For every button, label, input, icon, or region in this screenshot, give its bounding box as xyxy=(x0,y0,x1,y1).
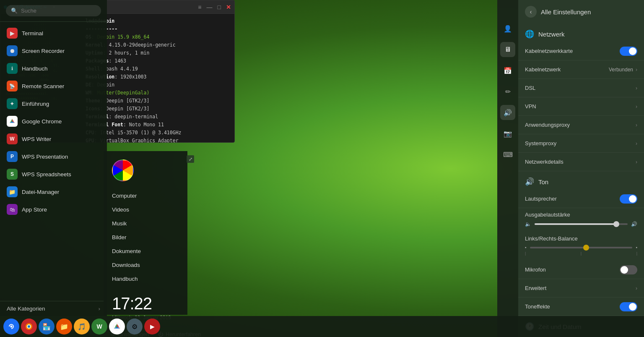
mikrofon-toggle[interactable] xyxy=(620,265,637,274)
app-label-handbuch: Handbuch xyxy=(22,65,48,72)
start-link-dokumente[interactable]: Dokumente xyxy=(104,244,187,258)
settings-row-anwendungsproxy[interactable]: Anwendungsproxy › xyxy=(518,116,644,134)
settings-row-netzwerkdetails[interactable]: Netzwerkdetails › xyxy=(518,153,644,171)
start-panel-expand-button[interactable]: ⤢ xyxy=(187,155,194,163)
svg-point-19 xyxy=(28,325,30,328)
app-icon-wps-presentation: P xyxy=(7,151,18,162)
balance-label: Links/Rechts-Balance xyxy=(525,235,637,242)
app-item-app-store[interactable]: 🛍 App Store xyxy=(0,201,107,218)
app-item-google-chrome[interactable]: Google Chrome xyxy=(0,112,107,130)
kabelnetzwerk-chevron: › xyxy=(636,67,637,73)
terminal-maximize-icon[interactable]: □ xyxy=(218,4,221,10)
app-icon-handbuch: ℹ xyxy=(7,63,18,74)
kabelnetzwerk-label: Kabelnetzwerk xyxy=(525,66,561,73)
terminal-close-icon[interactable]: ✕ xyxy=(226,4,231,10)
settings-sidebar-icon-keyboard[interactable]: ⌨ xyxy=(500,147,515,162)
taskbar-files-icon[interactable]: 📁 xyxy=(56,319,72,334)
anwendungsproxy-chevron: › xyxy=(636,122,637,128)
app-item-wps-presentation[interactable]: P WPS Presentation xyxy=(0,148,107,165)
taskbar-wps-icon[interactable]: W xyxy=(91,319,107,334)
start-link-videos[interactable]: Videos xyxy=(104,203,187,217)
toneffekte-toggle[interactable] xyxy=(620,302,637,311)
kabelnetzwerkkarte-toggle[interactable] xyxy=(620,47,637,56)
app-icon-einfuhrung: ✦ xyxy=(7,98,18,109)
start-link-computer[interactable]: Computer xyxy=(104,189,187,203)
settings-row-erweitert[interactable]: Erweitert › xyxy=(518,279,644,298)
all-categories-button[interactable]: Alle Kategorien › xyxy=(0,301,107,316)
settings-sidebar: 👤 🖥 📅 ✏ 🔊 📷 ⌨ xyxy=(497,0,518,337)
settings-row-systemproxy[interactable]: Systemproxy › xyxy=(518,134,644,153)
erweitert-chevron: › xyxy=(636,285,637,291)
app-icon-terminal: ▶ xyxy=(7,28,18,39)
ausgabelautstarke-thumb[interactable] xyxy=(613,221,619,227)
terminal-minimize-icon[interactable]: — xyxy=(207,4,213,10)
ausgabelautstarke-slider-wrap: 🔈 🔊 xyxy=(525,221,637,227)
volume-max-icon: 🔊 xyxy=(631,221,637,227)
balance-left-icon: ▪ xyxy=(525,245,527,250)
lautsprecher-toggle[interactable] xyxy=(620,194,637,204)
taskbar-deepin-logo[interactable] xyxy=(3,319,19,334)
search-icon: 🔍 xyxy=(11,8,18,14)
app-icon-screen-recorder: ⏺ xyxy=(7,45,18,56)
settings-row-toneffekte[interactable]: Toneffekte xyxy=(518,298,644,316)
app-item-screen-recorder[interactable]: ⏺ Screen Recorder xyxy=(0,42,107,60)
app-label-app-store: App Store xyxy=(22,206,47,213)
settings-row-kabelnetzwerkkarte[interactable]: Kabelnetzwerkkarte xyxy=(518,42,644,60)
taskbar-terminal-icon[interactable]: ▶ xyxy=(144,319,160,334)
start-link-bilder[interactable]: Bilder xyxy=(104,230,187,244)
volume-min-icon: 🔈 xyxy=(525,221,531,227)
settings-title: Alle Einstellungen xyxy=(541,8,591,16)
kabelnetzwerkkarte-label: Kabelnetzwerkkarte xyxy=(525,48,573,54)
taskbar-chrome-icon[interactable] xyxy=(109,319,125,334)
app-item-terminal[interactable]: ▶ Terminal xyxy=(0,24,107,42)
search-input[interactable] xyxy=(21,8,96,14)
netzwerkdetails-chevron: › xyxy=(636,159,637,165)
settings-sidebar-icon-pen[interactable]: ✏ xyxy=(500,84,515,99)
settings-sidebar-icon-calendar[interactable]: 📅 xyxy=(500,63,515,78)
app-label-wps-writer: WPS Writer xyxy=(22,136,51,142)
settings-row-mikrofon[interactable]: Mikrofon xyxy=(518,261,644,279)
taskbar-left: 🏪 📁 🎵 W ⚙ ▶ xyxy=(3,319,160,334)
avatar xyxy=(112,159,134,181)
app-icon-google-chrome xyxy=(7,116,18,127)
taskbar-settings-icon[interactable]: ⚙ xyxy=(127,319,143,334)
app-launcher: 🔍 ▶ Terminal ⏺ Screen Recorder ℹ Handbuc… xyxy=(0,0,107,316)
settings-row-kabelnetzwerk[interactable]: Kabelnetzwerk Verbunden › xyxy=(518,60,644,79)
ausgabelautstarke-fill xyxy=(535,223,616,225)
start-link-downloads[interactable]: Downloads xyxy=(104,258,187,272)
ton-icon: 🔊 xyxy=(525,177,534,186)
settings-row-lautsprecher[interactable]: Lautsprecher xyxy=(518,190,644,208)
taskbar-store-icon[interactable]: 🏪 xyxy=(39,319,55,334)
start-link-handbuch[interactable]: Handbuch xyxy=(104,272,187,286)
anwendungsproxy-label: Anwendungsproxy xyxy=(525,122,570,128)
settings-sidebar-icon-display[interactable]: 🖥 xyxy=(500,42,515,57)
dsl-label: DSL xyxy=(525,85,535,91)
app-icon-wps-writer: W xyxy=(7,133,18,144)
settings-sidebar-icon-user[interactable]: 👤 xyxy=(500,21,515,36)
settings-row-dsl[interactable]: DSL › xyxy=(518,79,644,97)
balance-track[interactable] xyxy=(530,247,633,248)
start-link-musik[interactable]: Musik xyxy=(104,217,187,230)
app-icon-wps-spreadsheets: S xyxy=(7,169,18,180)
settings-back-button[interactable]: ‹ xyxy=(525,6,537,18)
app-item-wps-writer[interactable]: W WPS Writer xyxy=(0,130,107,148)
app-item-einfuhrung[interactable]: ✦ Einführung xyxy=(0,95,107,112)
start-right-panel: Computer Videos Musik Bilder Dokumente D… xyxy=(104,151,187,315)
settings-sidebar-icon-camera[interactable]: 📷 xyxy=(500,126,515,141)
app-item-remote-scanner[interactable]: 📡 Remote Scanner xyxy=(0,77,107,95)
settings-sidebar-icon-sound[interactable]: 🔊 xyxy=(500,105,515,120)
app-item-wps-spreadsheets[interactable]: S WPS Spreadsheets xyxy=(0,165,107,183)
terminal-menu-icon[interactable]: ≡ xyxy=(198,4,201,10)
systemproxy-label: Systemproxy xyxy=(525,140,556,146)
app-label-screen-recorder: Screen Recorder xyxy=(22,48,65,54)
search-input-wrap[interactable]: 🔍 xyxy=(6,5,101,16)
taskbar-music-icon[interactable]: 🎵 xyxy=(74,319,90,334)
app-item-handbuch[interactable]: ℹ Handbuch xyxy=(0,60,107,77)
taskbar-firefox-icon[interactable] xyxy=(21,319,37,334)
settings-row-vpn[interactable]: VPN › xyxy=(518,97,644,116)
app-item-datei-manager[interactable]: 📁 Datei-Manager xyxy=(0,183,107,201)
ausgabelautstarke-track[interactable] xyxy=(535,223,628,225)
all-categories-label: Alle Kategorien xyxy=(7,306,45,312)
settings-panel: ‹ Alle Einstellungen 🌐 Netzwerk Kabelnet… xyxy=(518,0,644,337)
balance-thumb[interactable] xyxy=(583,245,589,251)
